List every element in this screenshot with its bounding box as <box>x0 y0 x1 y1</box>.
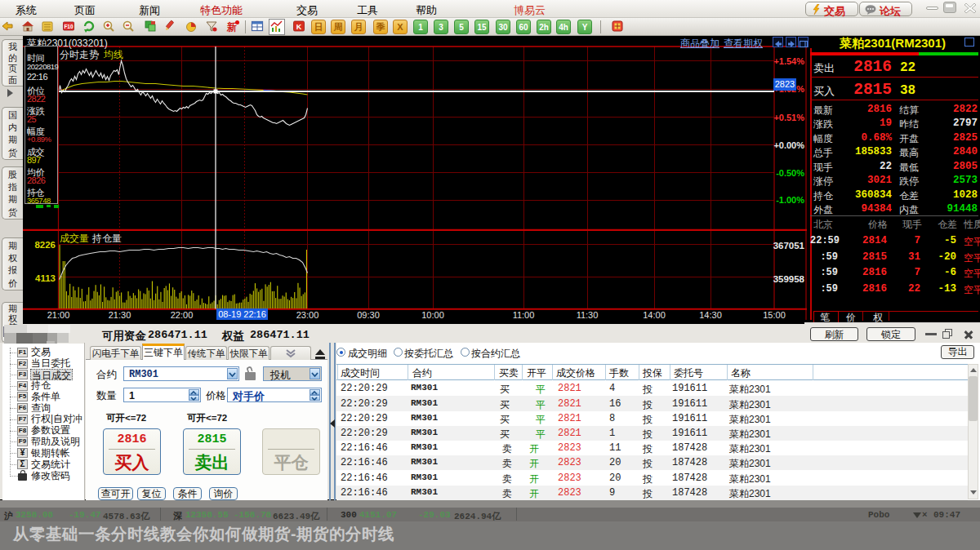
svg-text:K: K <box>296 23 302 31</box>
svg-text:F10: F10 <box>64 24 74 29</box>
svg-text:新: 新 <box>226 21 237 33</box>
